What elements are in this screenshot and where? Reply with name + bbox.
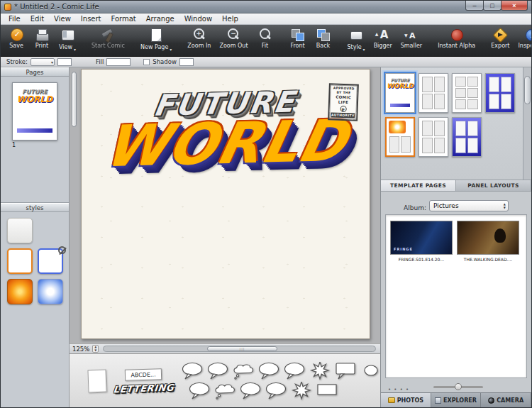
balloon-cloud[interactable]	[214, 382, 236, 400]
menu-help[interactable]: Help	[217, 13, 243, 24]
print-icon	[33, 27, 50, 43]
zoom-out-icon	[225, 27, 242, 43]
style-swatch-orange-burst[interactable]	[7, 279, 33, 304]
album-select[interactable]: Pictures	[429, 200, 509, 211]
menu-view[interactable]: View	[49, 13, 76, 24]
close-button[interactable]	[501, 1, 528, 11]
tab-explorer[interactable]: EXPLORER	[431, 393, 482, 407]
tool-back[interactable]: Back	[311, 26, 336, 55]
canvas[interactable]: FUTURE WORLD APPROVED BY THE COMIC LIFE …	[70, 67, 380, 343]
style-swatch-blue-burst[interactable]	[38, 279, 63, 304]
tool-view[interactable]: View	[55, 26, 80, 55]
tool-start-comic[interactable]: Start Comic	[87, 26, 129, 55]
stroke-color-well[interactable]	[57, 58, 72, 66]
horizontal-scrollbar-thumb[interactable]	[207, 346, 277, 351]
shadow-checkbox[interactable]	[143, 59, 150, 65]
tool-export[interactable]: Export	[487, 26, 514, 55]
tool-label: Front	[290, 43, 304, 49]
photo-card[interactable]: FRINGEFRINGE.S01.E14.20...	[390, 221, 453, 262]
comic-page[interactable]: FUTURE WORLD APPROVED BY THE COMIC LIFE …	[81, 69, 370, 339]
balloon-palette	[181, 362, 375, 400]
balloon-ellipse[interactable]	[265, 382, 287, 400]
balloon-square[interactable]	[334, 362, 357, 380]
dropdown-arrow-icon	[170, 40, 172, 54]
template-thumb[interactable]	[452, 117, 482, 157]
stroke-width-dropdown[interactable]	[31, 58, 55, 66]
balloon-rect[interactable]	[316, 382, 338, 400]
tool-fit[interactable]: Fit	[253, 26, 278, 55]
tool-style[interactable]: Style	[343, 26, 370, 55]
template-thumb[interactable]	[452, 73, 482, 113]
no-style-icon[interactable]	[58, 246, 66, 254]
thumbnail-size-slider[interactable]	[433, 386, 483, 388]
menu-insert[interactable]: Insert	[76, 13, 106, 24]
save-icon	[8, 27, 25, 43]
tool-inspector[interactable]: Inspector	[514, 26, 532, 55]
tab-camera[interactable]: CAMERA	[481, 393, 531, 407]
tool-print[interactable]: Print	[29, 26, 55, 55]
menu-file[interactable]: File	[4, 13, 26, 24]
smaller-icon	[403, 27, 420, 43]
pages-list[interactable]: FUTURE WORLD 1	[1, 77, 69, 203]
menu-format[interactable]: Format	[106, 13, 141, 24]
balloon-ellipse[interactable]	[181, 362, 204, 380]
balloon-cloud[interactable]	[232, 362, 255, 380]
style-swatch-orange-border[interactable]	[7, 248, 33, 274]
tool-save[interactable]: Save	[4, 26, 29, 55]
templates-scrollbar[interactable]	[523, 67, 531, 180]
balloon-ellipse[interactable]	[206, 362, 229, 380]
tool-instant-alpha[interactable]: Instant Alpha	[433, 26, 480, 55]
title-bar[interactable]: * Untitled 2 - Comic Life	[1, 1, 531, 13]
format-bar: Stroke: Fill Shadow	[1, 57, 531, 67]
balloon-ellipse[interactable]	[239, 382, 262, 400]
tab-panel-layouts[interactable]: PANEL LAYOUTS	[456, 180, 531, 191]
menu-arrange[interactable]: Arrange	[141, 13, 179, 24]
tool-zoom-out[interactable]: Zoom Out	[215, 26, 252, 55]
tool-front[interactable]: Front	[285, 26, 311, 55]
balloon-small[interactable]	[360, 362, 382, 380]
balloon-burst[interactable]	[309, 362, 331, 380]
template-thumb[interactable]	[385, 117, 415, 157]
vertical-scrollbar-thumb[interactable]	[72, 72, 77, 127]
dropdown-arrow-icon	[363, 40, 365, 54]
template-grid: FUTUREWORLD	[381, 67, 531, 162]
approval-stamp[interactable]: APPROVED BY THE COMIC LIFE P AUTHORITY	[328, 83, 359, 121]
photos-panel[interactable]: FRINGEFRINGE.S01.E14.20...THE.WALKING.DE…	[385, 214, 527, 378]
world-art-text[interactable]: WORLD	[76, 111, 375, 176]
style-swatch-plain[interactable]	[7, 218, 33, 243]
template-thumb[interactable]	[419, 117, 448, 157]
template-thumb[interactable]: FUTUREWORLD	[385, 73, 415, 113]
template-thumb[interactable]	[419, 73, 448, 113]
menu-window[interactable]: Window	[179, 13, 217, 24]
balloon-burst[interactable]	[290, 382, 313, 400]
lettering-word-sample[interactable]: LETTERING	[113, 382, 174, 394]
zoom-stepper[interactable]	[92, 345, 99, 353]
shadow-color-well[interactable]	[179, 58, 194, 66]
photo-card[interactable]: THE.WALKING.DEAD....	[457, 221, 519, 262]
template-thumb[interactable]	[485, 73, 515, 113]
page-thumbnail[interactable]: FUTURE WORLD	[12, 82, 57, 140]
balloon-ellipse[interactable]	[257, 362, 280, 380]
templates-scrollbar-thumb[interactable]	[524, 76, 531, 104]
slider-thumb[interactable]	[455, 383, 462, 390]
lettering-abcde-sample[interactable]: ABCDE...	[125, 368, 162, 380]
title-art[interactable]: FUTURE WORLD	[81, 86, 371, 177]
pages-panel-header[interactable]: Pages	[1, 67, 69, 77]
photo-overlay-text: FRINGE	[394, 247, 413, 251]
styles-panel-header[interactable]: styles	[1, 203, 69, 212]
maximize-button[interactable]	[483, 1, 501, 11]
tool-new-page[interactable]: New Page	[136, 26, 176, 55]
lettering-blank-sample[interactable]	[87, 369, 106, 392]
menu-edit[interactable]: Edit	[26, 13, 49, 24]
balloon-ellipse[interactable]	[283, 362, 306, 380]
fill-color-well[interactable]	[106, 58, 131, 66]
select-arrows-icon	[504, 202, 506, 209]
tool-zoom-in[interactable]: Zoom In	[183, 26, 215, 55]
horizontal-scrollbar[interactable]	[103, 346, 376, 352]
tab-template-pages[interactable]: TEMPLATE PAGES	[381, 180, 456, 191]
minimize-button[interactable]	[465, 1, 484, 11]
tool-bigger[interactable]: Bigger	[370, 26, 397, 55]
tool-smaller[interactable]: Smaller	[397, 26, 426, 55]
balloon-ellipse[interactable]	[188, 382, 211, 400]
tab-photos[interactable]: PHOTOS	[381, 393, 431, 407]
